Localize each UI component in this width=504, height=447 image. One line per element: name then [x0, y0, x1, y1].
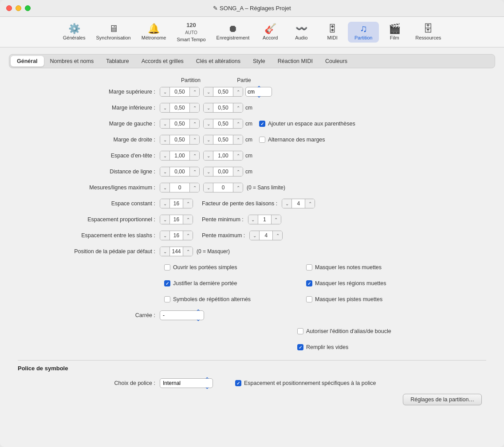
remplir-vides-checkbox[interactable]	[297, 344, 303, 350]
marge-droite-partition-stepper[interactable]: ⌄ 0,50 ⌃	[160, 135, 200, 145]
pedale-up[interactable]: ⌃	[183, 247, 193, 256]
pente-min-down[interactable]: ⌄	[248, 215, 258, 224]
marge-superieure-partition-up[interactable]: ⌃	[189, 87, 199, 97]
toolbar-item-ressources[interactable]: 🗄 Ressources	[410, 22, 446, 43]
espace-entete-partie-down[interactable]: ⌄	[204, 151, 213, 161]
maximize-button[interactable]	[25, 5, 31, 11]
pente-min-stepper[interactable]: ⌄ 1 ⌃	[248, 215, 281, 224]
marge-superieure-partition-down[interactable]: ⌄	[160, 87, 170, 97]
espacement-slashs-down[interactable]: ⌄	[160, 231, 170, 240]
marge-superieure-partition-stepper[interactable]: ⌄ 0,50 ⌃	[160, 87, 200, 97]
choix-police-select[interactable]: Internal ⌃⌄	[160, 378, 213, 388]
pedale-down[interactable]: ⌄	[160, 247, 170, 256]
espace-constant-stepper[interactable]: ⌄ 16 ⌃	[160, 199, 193, 208]
pente-max-stepper[interactable]: ⌄ 4 ⌃	[249, 231, 283, 240]
marge-superieure-partie-down[interactable]: ⌄	[204, 87, 213, 97]
distance-ligne-partition-stepper[interactable]: ⌄ 0,00 ⌃	[160, 167, 200, 176]
toolbar-item-accord[interactable]: 🎸 Accord	[255, 22, 286, 43]
marge-droite-partition-up[interactable]: ⌃	[189, 135, 199, 145]
unit-select[interactable]: cm ⌃⌄	[245, 87, 272, 97]
masquer-regions-muettes-checkbox[interactable]	[306, 280, 312, 286]
espacement-proportionnel-stepper[interactable]: ⌄ 16 ⌃	[160, 215, 193, 224]
marge-superieure-partie-stepper[interactable]: ⌄ 0,50 ⌃	[203, 87, 243, 97]
espacement-slashs-up[interactable]: ⌃	[183, 231, 193, 240]
marge-droite-partition-down[interactable]: ⌄	[160, 135, 170, 145]
mesures-lignes-partition-down[interactable]: ⌄	[160, 183, 170, 192]
distance-ligne-partie-stepper[interactable]: ⌄ 0,00 ⌃	[203, 167, 243, 176]
facteur-pente-up[interactable]: ⌃	[305, 199, 315, 208]
tab-cles-alterations[interactable]: Clés et altérations	[190, 56, 247, 67]
espacement-proportionnel-up[interactable]: ⌃	[183, 215, 193, 224]
tab-couleurs[interactable]: Couleurs	[319, 56, 354, 67]
marge-inferieure-partition-stepper[interactable]: ⌄ 0,50 ⌃	[160, 103, 200, 113]
espace-entete-partition-stepper[interactable]: ⌄ 1,00 ⌃	[160, 151, 200, 161]
marge-inferieure-partie-down[interactable]: ⌄	[204, 103, 213, 113]
marge-gauche-partition-stepper[interactable]: ⌄ 0,50 ⌃	[160, 119, 200, 129]
reglages-partition-button[interactable]: Réglages de la partition…	[403, 394, 482, 405]
marge-gauche-partie-stepper[interactable]: ⌄ 0,50 ⌃	[203, 119, 243, 129]
facteur-pente-stepper[interactable]: ⌄ 4 ⌃	[282, 199, 315, 208]
marge-droite-partie-up[interactable]: ⌃	[233, 135, 243, 145]
distance-ligne-partition-up[interactable]: ⌃	[189, 167, 199, 176]
mesures-lignes-partition-up[interactable]: ⌃	[189, 183, 199, 192]
marge-gauche-partie-up[interactable]: ⌃	[233, 119, 243, 129]
pente-max-up[interactable]: ⌃	[272, 231, 282, 240]
distance-ligne-partie-down[interactable]: ⌄	[204, 167, 213, 176]
close-button[interactable]	[6, 5, 12, 11]
espacement-specifique-checkbox[interactable]	[235, 380, 241, 386]
ajouter-espace-checkbox[interactable]	[259, 121, 265, 127]
tab-style[interactable]: Style	[247, 56, 272, 67]
pente-max-down[interactable]: ⌄	[250, 231, 260, 240]
marge-droite-partie-stepper[interactable]: ⌄ 0,50 ⌃	[203, 135, 243, 145]
toolbar-item-enregistrement[interactable]: ⏺ Enregistrement	[211, 22, 255, 43]
mesures-lignes-partie-up[interactable]: ⌃	[233, 183, 243, 192]
carree-select[interactable]: - ⌃⌄	[160, 310, 204, 320]
autoriser-edition-checkbox[interactable]	[297, 328, 303, 334]
marge-inferieure-partie-stepper[interactable]: ⌄ 0,50 ⌃	[203, 103, 243, 113]
espacement-proportionnel-down[interactable]: ⌄	[160, 215, 170, 224]
mesures-lignes-partie-stepper[interactable]: ⌄ 0 ⌃	[203, 183, 243, 192]
espace-entete-partition-down[interactable]: ⌄	[160, 151, 170, 161]
toolbar-item-film[interactable]: 🎬 Film	[379, 22, 410, 43]
mesures-lignes-partition-stepper[interactable]: ⌄ 0 ⌃	[160, 183, 200, 192]
minimize-button[interactable]	[16, 5, 21, 11]
tab-accords-grilles[interactable]: Accords et grilles	[135, 56, 190, 67]
toolbar-item-metronome[interactable]: 🔔 Métronome	[136, 22, 172, 43]
toolbar-item-synchronisation[interactable]: 🖥 Synchronisation	[91, 22, 136, 43]
tab-general[interactable]: Général	[11, 56, 44, 67]
marge-gauche-partition-up[interactable]: ⌃	[189, 119, 199, 129]
espace-entete-partie-stepper[interactable]: ⌄ 1,00 ⌃	[203, 151, 243, 161]
distance-ligne-partie-up[interactable]: ⌃	[233, 167, 243, 176]
toolbar-item-audio[interactable]: 〰️ Audio	[286, 22, 317, 43]
pente-min-up[interactable]: ⌃	[271, 215, 281, 224]
facteur-pente-down[interactable]: ⌄	[282, 199, 292, 208]
espace-entete-partition-up[interactable]: ⌃	[189, 151, 199, 161]
tab-nombres-noms[interactable]: Nombres et noms	[44, 56, 100, 67]
mesures-lignes-partie-down[interactable]: ⌄	[204, 183, 213, 192]
masquer-notes-muettes-checkbox[interactable]	[306, 264, 312, 271]
tab-reaction-midi[interactable]: Réaction MIDI	[272, 56, 319, 67]
marge-gauche-partie-down[interactable]: ⌄	[204, 119, 213, 129]
toolbar-item-smart-tempo[interactable]: 120AUTO Smart Tempo	[171, 20, 211, 44]
marge-gauche-partition-down[interactable]: ⌄	[160, 119, 170, 129]
distance-ligne-partition-down[interactable]: ⌄	[160, 167, 170, 176]
espace-constant-down[interactable]: ⌄	[160, 199, 170, 208]
alternance-marges-checkbox[interactable]	[259, 137, 265, 143]
toolbar-item-partition[interactable]: ♫ Partition	[348, 22, 379, 43]
justifier-derniere-portee-checkbox[interactable]	[164, 280, 170, 286]
masquer-pistes-muettes-checkbox[interactable]	[306, 296, 312, 302]
marge-inferieure-partie-up[interactable]: ⌃	[233, 103, 243, 113]
marge-inferieure-partition-up[interactable]: ⌃	[189, 103, 199, 113]
marge-inferieure-partition-down[interactable]: ⌄	[160, 103, 170, 113]
ouvrir-portees-checkbox[interactable]	[164, 264, 170, 271]
marge-droite-partie-down[interactable]: ⌄	[204, 135, 213, 145]
toolbar-item-generales[interactable]: ⚙️ Générales	[58, 22, 91, 43]
symboles-repetition-checkbox[interactable]	[164, 296, 170, 302]
espace-entete-partie-up[interactable]: ⌃	[233, 151, 243, 161]
espace-constant-up[interactable]: ⌃	[183, 199, 193, 208]
pedale-stepper[interactable]: ⌄ 144 ⌃	[160, 247, 193, 256]
marge-superieure-partie-up[interactable]: ⌃	[233, 87, 243, 97]
espacement-slashs-stepper[interactable]: ⌄ 16 ⌃	[160, 231, 193, 240]
toolbar-item-midi[interactable]: 🎛 MIDI	[317, 22, 348, 43]
tab-tablature[interactable]: Tablature	[100, 56, 135, 67]
